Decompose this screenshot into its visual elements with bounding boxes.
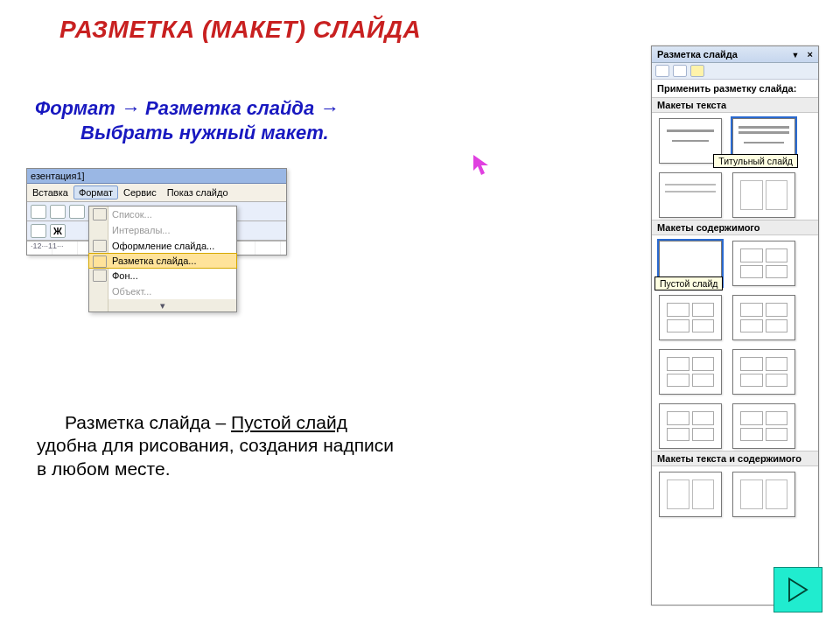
layout-icon — [93, 256, 107, 268]
menu-slideshow[interactable]: Показ слайдо — [162, 186, 234, 200]
tooltip-empty-slide: Пустой слайд — [654, 276, 723, 290]
group-text-layouts: Макеты текста — [652, 97, 818, 113]
layout-thumb-empty-slide[interactable]: Пустой слайд — [659, 241, 722, 286]
forward-icon[interactable] — [673, 65, 687, 77]
layout-thumb-title-slide[interactable]: Титульный слайд — [732, 118, 795, 164]
menu-item-design[interactable]: Оформление слайда... — [89, 238, 236, 254]
background-icon — [93, 270, 107, 282]
text-line-3: в любом месте. — [37, 458, 171, 479]
menu-item-label: Фон... — [112, 270, 138, 281]
arrow-icon: → — [121, 97, 140, 119]
window-titlebar: езентация1] — [27, 169, 286, 184]
arrow-icon: → — [319, 97, 339, 119]
layout-thumb[interactable] — [659, 403, 722, 449]
pane-nav — [652, 63, 818, 80]
group-text-content-layouts: Макеты текста и содержимого — [652, 451, 818, 466]
toolbar-button[interactable] — [69, 205, 85, 219]
layout-thumb[interactable] — [659, 118, 722, 164]
pane-dropdown-icon[interactable]: ▼ — [792, 51, 800, 60]
menu-item-label: Список... — [112, 209, 152, 220]
menu-item-label: Разметка слайда... — [112, 256, 196, 266]
menu-item-label: Оформление слайда... — [112, 241, 214, 251]
menu-service[interactable]: Сервис — [118, 186, 162, 200]
menu-item-layout[interactable]: Разметка слайда... — [88, 253, 237, 269]
layout-thumb[interactable] — [732, 241, 795, 286]
group-content-layouts: Макеты содержимого — [652, 220, 818, 235]
menu-insert[interactable]: Вставка — [27, 186, 74, 200]
menu-bar: Вставка Формат Сервис Показ слайдо — [27, 184, 286, 202]
menu-format[interactable]: Формат — [74, 186, 118, 200]
page-title: РАЗМЕТКА (МАКЕТ) СЛАЙДА — [60, 16, 421, 44]
cursor-icon — [472, 154, 492, 182]
text-lead: Разметка слайда – — [65, 412, 231, 432]
design-icon — [93, 240, 107, 252]
pane-title: Разметка слайда — [657, 49, 738, 60]
slide-layout-pane: Разметка слайда ▼ × Применить разметку с… — [651, 46, 819, 606]
layout-thumb[interactable] — [732, 349, 795, 395]
layout-thumb[interactable] — [732, 472, 795, 517]
layout-thumb[interactable] — [659, 295, 722, 340]
format-menu-screenshot: езентация1] Вставка Формат Сервис Показ … — [26, 168, 287, 256]
home-icon[interactable] — [690, 65, 704, 77]
play-icon — [787, 577, 809, 603]
next-button[interactable] — [774, 567, 822, 612]
menu-item-intervals[interactable]: Интервалы... — [89, 222, 236, 238]
path-format: Формат — [35, 97, 121, 119]
bold-button[interactable]: Ж — [50, 224, 66, 238]
layout-thumb[interactable] — [732, 172, 795, 218]
menu-expand-icon[interactable]: ▾ — [89, 299, 236, 312]
tooltip-title-slide: Титульный слайд — [713, 154, 798, 168]
layout-thumb[interactable] — [659, 172, 722, 218]
toolbar-button[interactable] — [50, 205, 66, 219]
thumbs-content: Пустой слайд — [652, 235, 818, 451]
thumbs-text: Титульный слайд — [652, 113, 818, 220]
back-icon[interactable] — [655, 65, 669, 77]
path-layout: Разметка слайда — [145, 97, 319, 119]
toolbar-button[interactable] — [31, 205, 46, 219]
menu-item-background[interactable]: Фон... — [89, 268, 236, 284]
list-icon — [93, 208, 107, 220]
path-choose: Выбрать нужный макет. — [35, 121, 420, 145]
text-empty-slide: Пустой слайд — [231, 412, 347, 432]
layout-thumb[interactable] — [732, 295, 795, 340]
format-dropdown: Список... Интервалы... Оформление слайда… — [88, 206, 237, 312]
layout-thumb[interactable] — [659, 349, 722, 395]
menu-item-label: Интервалы... — [112, 225, 170, 235]
close-icon[interactable]: × — [808, 49, 813, 60]
pane-header: Разметка слайда ▼ × — [652, 46, 818, 63]
description-text: Разметка слайда – Пустой слайд удобна дл… — [37, 411, 448, 480]
toolbar-button[interactable] — [31, 224, 46, 238]
menu-item-object[interactable]: Объект... — [89, 284, 236, 299]
layout-thumb[interactable] — [659, 472, 722, 517]
menu-item-list[interactable]: Список... — [89, 206, 236, 222]
layout-thumb[interactable] — [732, 403, 795, 449]
apply-layout-label: Применить разметку слайда: — [652, 80, 818, 97]
menu-item-label: Объект... — [112, 286, 151, 297]
thumbs-text-content — [652, 466, 818, 519]
text-line-2: удобна для рисования, создания надписи — [37, 435, 394, 455]
menu-path: Формат → Разметка слайда → Выбрать нужны… — [35, 96, 420, 144]
